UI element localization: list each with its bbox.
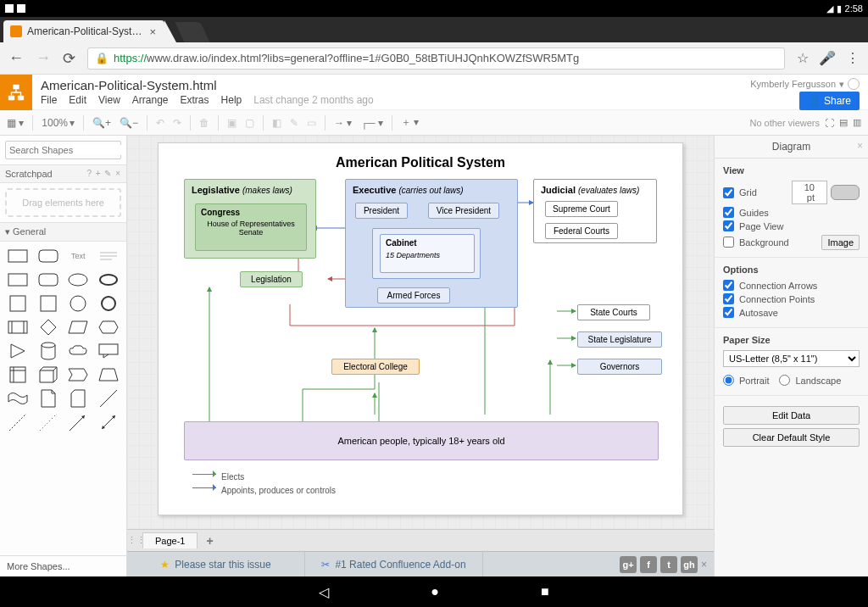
electoral-college-node[interactable]: Electoral College	[331, 359, 420, 375]
drawio-logo[interactable]	[0, 75, 32, 110]
menu-extras[interactable]: Extras	[181, 94, 209, 106]
close-icon[interactable]: ×	[857, 140, 863, 152]
view-mode-button[interactable]: ▦ ▾	[7, 117, 24, 129]
shadow-button[interactable]: ▭	[307, 117, 316, 129]
shape-rect-outline[interactable]	[3, 269, 32, 291]
googleplus-icon[interactable]: g+	[620, 556, 637, 573]
new-tab-button[interactable]	[175, 22, 209, 42]
to-back-button[interactable]: ▢	[245, 117, 254, 129]
menu-edit[interactable]: Edit	[69, 94, 86, 106]
shape-diamond[interactable]	[34, 316, 63, 338]
github-icon[interactable]: gh	[681, 556, 698, 573]
shape-roundrect[interactable]	[34, 245, 63, 267]
edit-data-button[interactable]: Edit Data	[723, 406, 860, 425]
shape-square[interactable]	[3, 292, 32, 315]
canvas[interactable]: American Political System	[127, 136, 714, 529]
waypoint-button[interactable]: ┌─ ▾	[360, 117, 382, 129]
browser-tab[interactable]: American-Political-System.h ×	[3, 20, 164, 42]
back-icon[interactable]: ◁	[319, 584, 329, 600]
to-front-button[interactable]: ▣	[227, 117, 236, 129]
shape-step[interactable]	[64, 364, 93, 386]
undo-button[interactable]: ↶	[156, 117, 164, 129]
armed-forces-node[interactable]: Armed Forces	[377, 287, 450, 304]
page-view-checkbox[interactable]: Page View	[723, 220, 860, 231]
zoom-level[interactable]: 100% ▾	[42, 117, 75, 129]
star-icon[interactable]: ☆	[797, 50, 809, 66]
shape-tape[interactable]	[3, 387, 32, 409]
fill-color-button[interactable]: ◧	[272, 117, 281, 129]
shape-ellipse-bold[interactable]	[94, 269, 123, 291]
shape-note[interactable]	[34, 387, 63, 409]
back-button[interactable]: ←	[8, 49, 24, 67]
connection-arrows-checkbox[interactable]: Connection Arrows	[723, 280, 860, 291]
guides-checkbox[interactable]: Guides	[723, 207, 860, 218]
shape-dotted-line[interactable]	[34, 411, 63, 433]
mic-icon[interactable]: 🎤	[819, 50, 836, 66]
add-page-button[interactable]: +	[198, 532, 221, 550]
background-image-button[interactable]: Image	[821, 235, 860, 250]
legislative-branch[interactable]: Legislative (makes laws) Congress House …	[184, 179, 316, 259]
shape-process[interactable]	[3, 316, 32, 338]
menu-view[interactable]: View	[98, 94, 120, 106]
shape-card[interactable]	[64, 387, 93, 409]
address-input[interactable]: 🔒 https://www.draw.io/index.html?libs=ge…	[87, 47, 785, 70]
menu-arrange[interactable]: Arrange	[132, 94, 169, 106]
outline-icon[interactable]: ▥	[853, 117, 861, 128]
shape-cloud[interactable]	[64, 340, 93, 362]
shape-circle[interactable]	[64, 292, 93, 315]
clear-default-style-button[interactable]: Clear Default Style	[723, 428, 860, 447]
landscape-radio[interactable]: Landscape	[779, 375, 841, 386]
shape-arrow[interactable]	[64, 411, 93, 433]
more-shapes-button[interactable]: More Shapes...	[0, 555, 126, 576]
zoom-out-button[interactable]: 🔍−	[120, 117, 138, 129]
governors-node[interactable]: Governors	[577, 359, 662, 375]
congress-node[interactable]: Congress House of Representatives Senate	[195, 203, 307, 251]
shape-triangle[interactable]	[3, 340, 32, 362]
fullscreen-icon[interactable]: ⛶	[825, 118, 834, 128]
page-tab[interactable]: Page-1	[142, 532, 198, 549]
format-panel-icon[interactable]: ▤	[839, 117, 848, 128]
shape-circle-bold[interactable]	[94, 292, 123, 315]
shape-trapezoid[interactable]	[94, 364, 123, 386]
autosave-checkbox[interactable]: Autosave	[723, 307, 860, 318]
legislation-node[interactable]: Legislation	[240, 271, 303, 287]
shape-cylinder[interactable]	[34, 340, 63, 362]
menu-icon[interactable]: ⋮	[846, 50, 860, 66]
vice-president-node[interactable]: Vice President	[428, 203, 499, 219]
shape-internal-storage[interactable]	[3, 364, 32, 386]
shape-roundrect-outline[interactable]	[34, 269, 63, 291]
scratchpad-dropzone[interactable]: Drag elements here	[5, 188, 121, 217]
search-input[interactable]	[9, 145, 126, 155]
supreme-court-node[interactable]: Supreme Court	[545, 201, 618, 217]
reload-button[interactable]: ⟳	[63, 49, 75, 68]
promo-confluence[interactable]: ✂ #1 Rated Confluence Add-on	[305, 552, 483, 576]
american-people-node[interactable]: American people, typically 18+ years old	[184, 421, 659, 460]
federal-courts-node[interactable]: Federal Courts	[545, 223, 618, 239]
share-button[interactable]: 👤 Share	[799, 92, 860, 110]
connection-button[interactable]: → ▾	[334, 117, 352, 129]
forward-button[interactable]: →	[36, 49, 51, 67]
shape-text[interactable]: Text	[64, 245, 93, 267]
portrait-radio[interactable]: Portrait	[723, 375, 769, 386]
president-node[interactable]: President	[355, 203, 408, 219]
shape-hexagon[interactable]	[94, 316, 123, 338]
menu-file[interactable]: File	[41, 94, 57, 106]
redo-button[interactable]: ↷	[173, 117, 181, 129]
home-icon[interactable]: ●	[431, 584, 439, 599]
twitter-icon[interactable]: t	[660, 556, 677, 573]
zoom-in-button[interactable]: 🔍+	[92, 117, 111, 129]
scratchpad-header[interactable]: Scratchpad? + ✎ ×	[0, 164, 126, 183]
menu-help[interactable]: Help	[221, 94, 242, 106]
shape-parallelogram[interactable]	[64, 316, 93, 338]
shape-textbox[interactable]	[94, 245, 123, 267]
state-legislature-node[interactable]: State Legislature	[577, 331, 662, 348]
connection-points-checkbox[interactable]: Connection Points	[723, 293, 860, 304]
general-header[interactable]: ▾ General	[0, 222, 126, 242]
page-tabs-handle[interactable]: ⋮⋮	[127, 535, 141, 546]
document-title[interactable]: American-Political-System.html	[41, 78, 742, 92]
grid-checkbox[interactable]: Grid	[723, 187, 757, 198]
recent-icon[interactable]: ■	[541, 584, 549, 599]
diagram-page[interactable]: American Political System	[158, 142, 683, 515]
shape-dashed-line[interactable]	[3, 411, 32, 433]
grid-color-swatch[interactable]	[831, 185, 860, 200]
